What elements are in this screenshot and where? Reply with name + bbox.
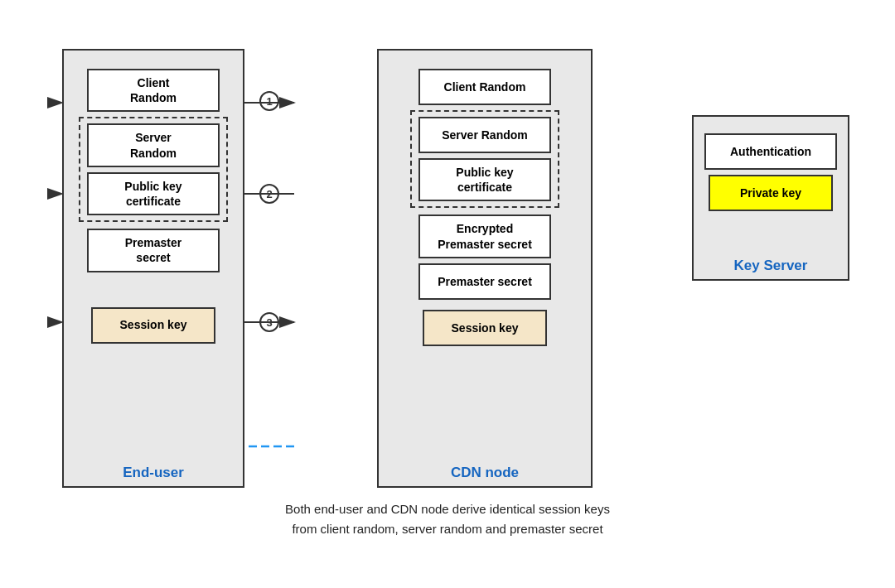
cdn-panel: Client Random Server Random Public keyce… xyxy=(377,49,593,488)
cdn-premaster-secret: Premaster secret xyxy=(418,263,551,300)
keyserver-private-key: Private key xyxy=(709,175,833,211)
svg-text:3: 3 xyxy=(266,316,272,329)
diagram-container: ① 1 2 3 4 xyxy=(46,49,849,488)
svg-point-11 xyxy=(260,313,278,331)
diagram-wrapper: ① 1 2 3 4 xyxy=(46,49,849,539)
cdn-server-random: Server Random xyxy=(418,117,551,153)
enduser-server-random: ServerRandom xyxy=(87,123,220,166)
enduser-premaster-secret: Premastersecret xyxy=(87,229,220,272)
keyserver-authentication: Authentication xyxy=(704,133,837,170)
enduser-session-key: Session key xyxy=(91,307,215,344)
svg-text:2: 2 xyxy=(266,188,272,200)
enduser-label: End-user xyxy=(123,465,184,481)
caption-line1: Both end-user and CDN node derive identi… xyxy=(285,502,610,516)
enduser-public-key-cert: Public keycertificate xyxy=(87,172,220,215)
diagram-caption: Both end-user and CDN node derive identi… xyxy=(285,499,610,539)
cdn-dashed-group: Server Random Public keycertificate xyxy=(410,110,559,208)
svg-point-1 xyxy=(260,92,278,110)
svg-text:①: ① xyxy=(264,94,275,108)
svg-point-6 xyxy=(260,185,278,203)
keyserver-label: Key Server xyxy=(734,258,808,274)
svg-text:1: 1 xyxy=(266,95,272,108)
cdn-client-random: Client Random xyxy=(418,69,551,105)
cdn-session-key: Session key xyxy=(423,310,547,346)
caption-line2: from client random, server random and pr… xyxy=(292,522,602,536)
cdn-public-key-cert: Public keycertificate xyxy=(418,158,551,201)
enduser-client-random: ClientRandom xyxy=(87,69,220,112)
enduser-panel: ClientRandom ServerRandom Public keycert… xyxy=(62,49,244,488)
cdn-encrypted-premaster: EncryptedPremaster secret xyxy=(418,214,551,258)
enduser-dashed-group: ServerRandom Public keycertificate xyxy=(79,117,228,222)
cdn-label: CDN node xyxy=(451,465,519,481)
keyserver-panel: Authentication Private key Key Server xyxy=(692,115,849,281)
